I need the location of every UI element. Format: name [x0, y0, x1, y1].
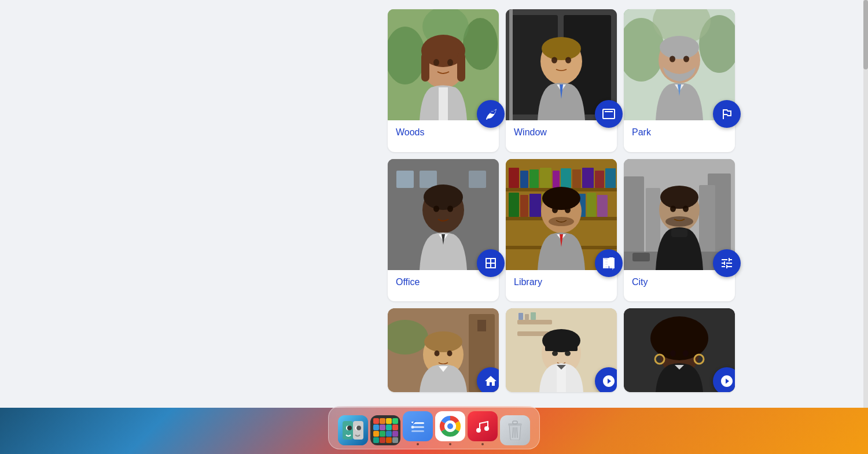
svg-point-77: [665, 216, 693, 227]
svg-point-100: [565, 351, 571, 356]
svg-point-124: [447, 423, 453, 429]
svg-rect-59: [587, 193, 596, 217]
svg-point-114: [347, 426, 352, 430]
dock-indicator-chrome: [449, 443, 451, 445]
badge-city[interactable]: [713, 249, 741, 277]
svg-rect-15: [509, 9, 513, 120]
svg-point-87: [435, 350, 440, 356]
svg-rect-42: [509, 168, 519, 188]
svg-point-19: [565, 57, 571, 64]
svg-rect-54: [529, 194, 541, 217]
dock-icon-music: [468, 411, 498, 441]
dock: [328, 406, 540, 449]
svg-rect-10: [439, 87, 448, 120]
svg-rect-53: [520, 195, 528, 217]
svg-point-35: [433, 205, 439, 212]
svg-rect-60: [597, 195, 608, 217]
svg-rect-94: [525, 314, 529, 320]
svg-point-125: [476, 428, 481, 433]
card-office[interactable]: Office: [388, 159, 499, 302]
svg-rect-50: [595, 171, 604, 188]
svg-rect-32: [469, 171, 486, 188]
svg-rect-52: [509, 193, 519, 217]
svg-point-27: [683, 56, 689, 62]
dock-indicator-things: [417, 443, 419, 445]
svg-point-34: [424, 184, 463, 210]
svg-point-65: [549, 217, 574, 226]
dock-indicator-music: [481, 443, 484, 445]
badge-row3-3[interactable]: [713, 367, 735, 392]
svg-rect-7: [457, 53, 465, 82]
svg-rect-47: [561, 168, 571, 188]
svg-rect-66: [604, 259, 608, 259]
svg-line-129: [517, 427, 517, 438]
badge-office[interactable]: [477, 249, 505, 277]
svg-point-62: [542, 187, 580, 210]
svg-point-120: [411, 426, 414, 429]
dock-item-launchpad[interactable]: [370, 415, 400, 445]
svg-rect-6: [421, 53, 429, 82]
svg-point-126: [484, 426, 489, 431]
svg-point-86: [424, 331, 462, 352]
card-woods[interactable]: Woods: [388, 9, 499, 152]
svg-point-26: [670, 56, 675, 62]
svg-rect-121: [411, 430, 424, 432]
photo-grid: Woods: [378, 0, 744, 408]
svg-line-127: [513, 427, 513, 438]
dock-icon-finder: [338, 415, 368, 445]
dock-item-trash[interactable]: [500, 415, 530, 445]
svg-point-18: [551, 57, 557, 64]
badge-window[interactable]: [595, 100, 623, 128]
svg-point-79: [683, 205, 689, 212]
svg-rect-93: [518, 313, 523, 320]
main-content-area: Woods: [0, 0, 868, 408]
card-row3-3[interactable]: [624, 308, 735, 392]
dock-item-things[interactable]: [403, 411, 433, 445]
badge-row3-2[interactable]: [595, 367, 617, 392]
svg-rect-95: [531, 312, 536, 320]
svg-point-88: [447, 350, 453, 356]
svg-point-8: [433, 59, 439, 66]
svg-point-78: [670, 205, 676, 212]
badge-park[interactable]: [713, 100, 741, 128]
dock-item-music[interactable]: [468, 411, 498, 445]
svg-point-99: [552, 351, 558, 356]
card-park[interactable]: Park: [624, 9, 735, 152]
svg-point-64: [565, 206, 571, 213]
svg-rect-30: [396, 171, 414, 188]
dock-icon-chrome: [435, 411, 465, 441]
svg-rect-44: [529, 169, 539, 188]
svg-rect-51: [605, 168, 616, 188]
svg-rect-131: [513, 421, 517, 424]
svg-point-36: [447, 205, 453, 212]
scrollbar-thumb[interactable]: [863, 0, 868, 69]
svg-rect-91: [517, 320, 552, 324]
svg-point-116: [356, 426, 361, 430]
badge-woods[interactable]: [477, 100, 505, 128]
svg-rect-73: [632, 253, 650, 261]
svg-point-25: [660, 36, 699, 59]
svg-rect-46: [553, 171, 560, 188]
svg-rect-83: [477, 320, 486, 331]
svg-rect-48: [572, 169, 581, 188]
badge-library[interactable]: [595, 249, 623, 277]
dock-item-chrome[interactable]: [435, 411, 465, 445]
svg-rect-45: [540, 168, 551, 188]
svg-point-17: [542, 37, 581, 60]
svg-rect-111: [343, 421, 353, 440]
svg-rect-98: [545, 342, 578, 351]
dock-icon-launchpad: [370, 415, 400, 445]
svg-rect-43: [520, 171, 528, 188]
svg-point-109: [683, 350, 689, 357]
dock-icon-things: [403, 411, 433, 441]
svg-point-108: [670, 350, 676, 357]
dock-item-finder[interactable]: [338, 415, 368, 445]
scrollbar[interactable]: [863, 0, 868, 408]
card-window[interactable]: Window: [506, 9, 617, 152]
card-row3-1[interactable]: [388, 308, 499, 392]
svg-point-76: [660, 186, 698, 209]
card-row3-2[interactable]: [506, 308, 617, 392]
badge-row3-1[interactable]: [477, 367, 499, 392]
card-city[interactable]: City: [624, 159, 735, 302]
card-library[interactable]: Library: [506, 159, 617, 302]
